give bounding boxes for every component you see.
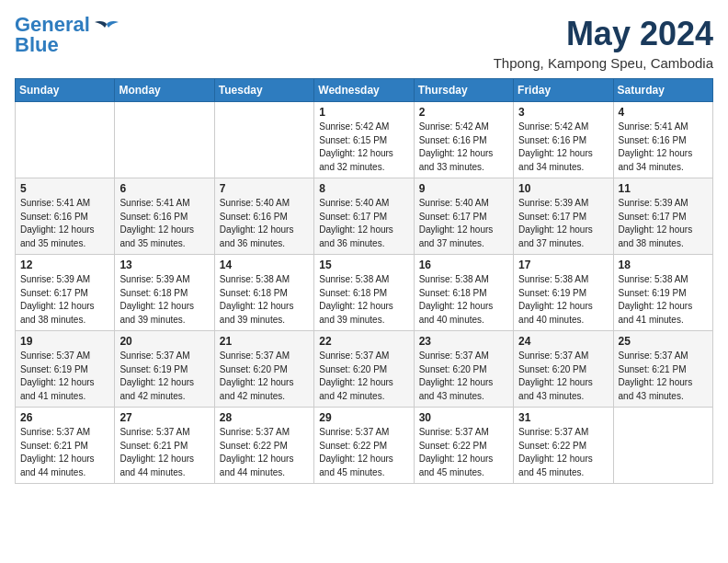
day-number: 19 — [20, 335, 109, 348]
day-number: 29 — [319, 411, 408, 424]
calendar-cell: 11Sunrise: 5:39 AMSunset: 6:17 PMDayligh… — [613, 178, 712, 255]
calendar-cell: 19Sunrise: 5:37 AMSunset: 6:19 PMDayligh… — [16, 331, 115, 408]
day-number: 9 — [419, 182, 508, 195]
calendar-cell: 6Sunrise: 5:41 AMSunset: 6:16 PMDaylight… — [115, 178, 214, 255]
day-number: 3 — [518, 106, 608, 119]
day-number: 7 — [220, 182, 309, 195]
cell-info: Sunrise: 5:38 AMSunset: 6:19 PMDaylight:… — [518, 273, 608, 327]
calendar-cell: 26Sunrise: 5:37 AMSunset: 6:21 PMDayligh… — [16, 408, 115, 484]
calendar-table: SundayMondayTuesdayWednesdayThursdayFrid… — [15, 78, 713, 484]
day-number: 2 — [419, 106, 508, 119]
page-header: GeneralBlue May 2024 Thpong, Kampong Spe… — [15, 15, 713, 71]
logo-bird-icon — [94, 20, 119, 40]
cell-info: Sunrise: 5:38 AMSunset: 6:18 PMDaylight:… — [419, 273, 508, 327]
calendar-cell: 8Sunrise: 5:40 AMSunset: 6:17 PMDaylight… — [314, 178, 414, 255]
col-header-thursday: Thursday — [414, 79, 513, 102]
calendar-cell: 23Sunrise: 5:37 AMSunset: 6:20 PMDayligh… — [414, 331, 513, 408]
day-number: 8 — [319, 182, 408, 195]
col-header-tuesday: Tuesday — [214, 79, 313, 102]
calendar-cell: 28Sunrise: 5:37 AMSunset: 6:22 PMDayligh… — [214, 408, 313, 484]
cell-info: Sunrise: 5:39 AMSunset: 6:17 PMDaylight:… — [20, 273, 109, 327]
cell-info: Sunrise: 5:42 AMSunset: 6:16 PMDaylight:… — [419, 121, 508, 174]
day-number: 5 — [20, 182, 109, 195]
calendar-cell: 18Sunrise: 5:38 AMSunset: 6:19 PMDayligh… — [613, 255, 712, 331]
cell-info: Sunrise: 5:38 AMSunset: 6:19 PMDaylight:… — [619, 273, 708, 327]
day-number: 21 — [220, 335, 309, 348]
cell-info: Sunrise: 5:37 AMSunset: 6:21 PMDaylight:… — [619, 350, 708, 403]
calendar-cell: 30Sunrise: 5:37 AMSunset: 6:22 PMDayligh… — [414, 408, 513, 484]
cell-info: Sunrise: 5:37 AMSunset: 6:20 PMDaylight:… — [419, 350, 508, 403]
cell-info: Sunrise: 5:37 AMSunset: 6:22 PMDaylight:… — [319, 426, 408, 479]
day-number: 14 — [220, 259, 309, 271]
calendar-cell: 10Sunrise: 5:39 AMSunset: 6:17 PMDayligh… — [514, 178, 613, 255]
day-number: 10 — [518, 182, 608, 195]
day-number: 24 — [518, 335, 608, 348]
cell-info: Sunrise: 5:40 AMSunset: 6:17 PMDaylight:… — [319, 197, 408, 250]
day-number: 16 — [419, 259, 508, 271]
cell-info: Sunrise: 5:40 AMSunset: 6:16 PMDaylight:… — [220, 197, 309, 250]
calendar-cell: 16Sunrise: 5:38 AMSunset: 6:18 PMDayligh… — [414, 255, 513, 331]
calendar-cell — [16, 102, 115, 178]
logo: GeneralBlue — [15, 15, 119, 55]
day-number: 31 — [518, 411, 608, 424]
month-year-title: May 2024 — [494, 15, 713, 53]
cell-info: Sunrise: 5:39 AMSunset: 6:17 PMDaylight:… — [619, 197, 708, 250]
cell-info: Sunrise: 5:41 AMSunset: 6:16 PMDaylight:… — [119, 197, 209, 250]
calendar-cell: 12Sunrise: 5:39 AMSunset: 6:17 PMDayligh… — [16, 255, 115, 331]
cell-info: Sunrise: 5:41 AMSunset: 6:16 PMDaylight:… — [20, 197, 109, 250]
calendar-cell: 14Sunrise: 5:38 AMSunset: 6:18 PMDayligh… — [214, 255, 313, 331]
cell-info: Sunrise: 5:37 AMSunset: 6:19 PMDaylight:… — [20, 350, 109, 403]
calendar-cell: 15Sunrise: 5:38 AMSunset: 6:18 PMDayligh… — [314, 255, 414, 331]
day-number: 15 — [319, 259, 408, 271]
calendar-cell: 24Sunrise: 5:37 AMSunset: 6:20 PMDayligh… — [514, 331, 613, 408]
cell-info: Sunrise: 5:37 AMSunset: 6:20 PMDaylight:… — [220, 350, 309, 403]
cell-info: Sunrise: 5:42 AMSunset: 6:15 PMDaylight:… — [319, 121, 408, 174]
cell-info: Sunrise: 5:37 AMSunset: 6:19 PMDaylight:… — [119, 350, 209, 403]
calendar-cell: 2Sunrise: 5:42 AMSunset: 6:16 PMDaylight… — [414, 102, 513, 178]
cell-info: Sunrise: 5:38 AMSunset: 6:18 PMDaylight:… — [319, 273, 408, 327]
day-number: 23 — [419, 335, 508, 348]
day-number: 20 — [119, 335, 209, 348]
calendar-cell: 5Sunrise: 5:41 AMSunset: 6:16 PMDaylight… — [16, 178, 115, 255]
day-number: 25 — [619, 335, 708, 348]
cell-info: Sunrise: 5:39 AMSunset: 6:18 PMDaylight:… — [119, 273, 209, 327]
calendar-cell: 22Sunrise: 5:37 AMSunset: 6:20 PMDayligh… — [314, 331, 414, 408]
day-number: 26 — [20, 411, 109, 424]
calendar-cell — [613, 408, 712, 484]
calendar-cell: 9Sunrise: 5:40 AMSunset: 6:17 PMDaylight… — [414, 178, 513, 255]
day-number: 6 — [119, 182, 209, 195]
cell-info: Sunrise: 5:37 AMSunset: 6:20 PMDaylight:… — [319, 350, 408, 403]
calendar-cell: 4Sunrise: 5:41 AMSunset: 6:16 PMDaylight… — [613, 102, 712, 178]
calendar-cell: 21Sunrise: 5:37 AMSunset: 6:20 PMDayligh… — [214, 331, 313, 408]
calendar-cell: 25Sunrise: 5:37 AMSunset: 6:21 PMDayligh… — [613, 331, 712, 408]
col-header-friday: Friday — [514, 79, 613, 102]
day-number: 18 — [619, 259, 708, 271]
col-header-wednesday: Wednesday — [314, 79, 414, 102]
cell-info: Sunrise: 5:37 AMSunset: 6:22 PMDaylight:… — [419, 426, 508, 479]
day-number: 17 — [518, 259, 608, 271]
calendar-cell: 13Sunrise: 5:39 AMSunset: 6:18 PMDayligh… — [115, 255, 214, 331]
cell-info: Sunrise: 5:37 AMSunset: 6:21 PMDaylight:… — [119, 426, 209, 479]
col-header-sunday: Sunday — [16, 79, 115, 102]
title-block: May 2024 Thpong, Kampong Speu, Cambodia — [494, 15, 713, 71]
logo-text: GeneralBlue — [15, 15, 90, 55]
calendar-cell: 20Sunrise: 5:37 AMSunset: 6:19 PMDayligh… — [115, 331, 214, 408]
calendar-cell: 7Sunrise: 5:40 AMSunset: 6:16 PMDaylight… — [214, 178, 313, 255]
calendar-cell: 31Sunrise: 5:37 AMSunset: 6:22 PMDayligh… — [514, 408, 613, 484]
day-number: 11 — [619, 182, 708, 195]
calendar-cell — [115, 102, 214, 178]
cell-info: Sunrise: 5:42 AMSunset: 6:16 PMDaylight:… — [518, 121, 608, 174]
calendar-cell — [214, 102, 313, 178]
day-number: 28 — [220, 411, 309, 424]
day-number: 13 — [119, 259, 209, 271]
day-number: 30 — [419, 411, 508, 424]
day-number: 27 — [119, 411, 209, 424]
calendar-cell: 27Sunrise: 5:37 AMSunset: 6:21 PMDayligh… — [115, 408, 214, 484]
cell-info: Sunrise: 5:41 AMSunset: 6:16 PMDaylight:… — [619, 121, 708, 174]
location-subtitle: Thpong, Kampong Speu, Cambodia — [494, 55, 713, 71]
col-header-saturday: Saturday — [613, 79, 712, 102]
calendar-cell: 1Sunrise: 5:42 AMSunset: 6:15 PMDaylight… — [314, 102, 414, 178]
cell-info: Sunrise: 5:38 AMSunset: 6:18 PMDaylight:… — [220, 273, 309, 327]
cell-info: Sunrise: 5:37 AMSunset: 6:20 PMDaylight:… — [518, 350, 608, 403]
day-number: 1 — [319, 106, 408, 119]
